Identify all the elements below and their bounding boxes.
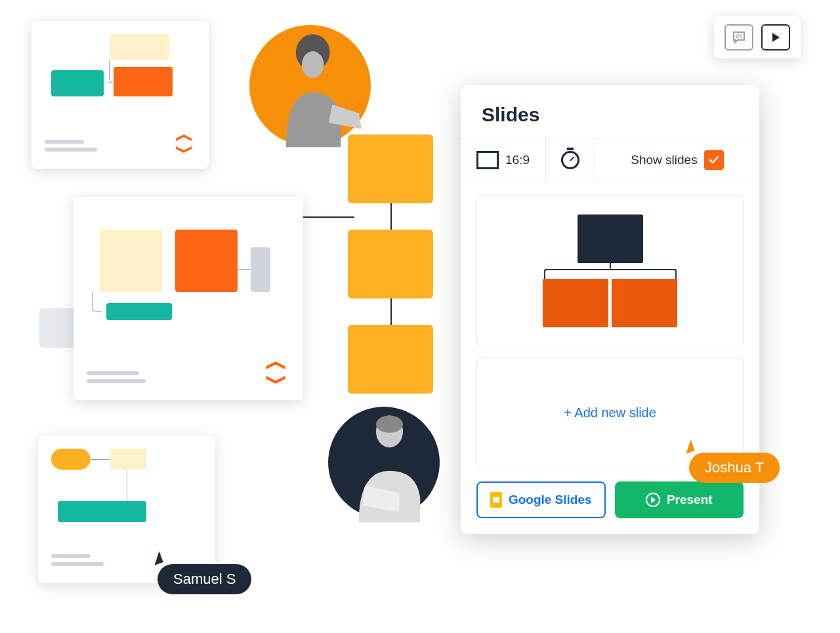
floating-toolbar: 99 — [714, 16, 801, 58]
connector — [238, 269, 251, 270]
bg-node-3 — [348, 325, 433, 394]
shape-gray — [251, 247, 270, 292]
svg-text:99: 99 — [736, 33, 742, 39]
shape-teal — [58, 501, 146, 522]
panel-title: Slides — [461, 85, 759, 138]
card-meta — [45, 140, 97, 155]
shape-teal — [51, 70, 104, 96]
card-meta — [51, 554, 104, 570]
timer-control[interactable] — [546, 138, 595, 182]
google-slides-icon — [490, 492, 502, 508]
slide-preview[interactable] — [476, 195, 744, 346]
user-avatar-1 — [249, 25, 371, 146]
add-slide-area[interactable]: + Add new slide — [476, 357, 744, 468]
shape-cream — [110, 449, 146, 470]
google-slides-label: Google Slides — [509, 493, 592, 507]
app-logo-icon — [261, 358, 290, 387]
timer-icon — [561, 151, 579, 169]
user-cursor-joshua: Joshua T — [689, 453, 780, 483]
show-slides-checkbox[interactable] — [704, 150, 724, 170]
card-meta — [87, 371, 146, 387]
shape-cream — [110, 34, 169, 60]
hierarchy-child-right — [612, 279, 677, 327]
bg-connector — [390, 203, 392, 230]
hierarchy-child-left — [543, 279, 608, 327]
shape-orange — [175, 230, 238, 292]
connector — [109, 60, 114, 83]
aspect-ratio-control[interactable]: 16:9 — [461, 138, 546, 182]
shape-teal — [106, 303, 172, 320]
add-slide-link[interactable]: + Add new slide — [564, 405, 656, 420]
svg-point-1 — [302, 51, 324, 78]
shape-cream — [100, 230, 162, 292]
show-slides-label: Show slides — [631, 153, 697, 167]
bg-node-2 — [348, 230, 433, 298]
cursor-label: Samuel S — [158, 564, 251, 594]
user-cursor-samuel: Samuel S — [158, 564, 251, 594]
connector — [91, 459, 110, 460]
hierarchy-root — [578, 214, 643, 263]
thumbnail-card-1[interactable] — [32, 21, 209, 169]
present-label: Present — [667, 493, 713, 507]
shape-orange-pill — [51, 449, 91, 470]
shape-orange — [114, 67, 173, 96]
play-button[interactable] — [761, 24, 790, 51]
bg-connector — [390, 298, 392, 325]
svg-point-3 — [376, 415, 403, 432]
aspect-ratio-value: 16:9 — [505, 153, 530, 167]
play-circle-icon — [646, 493, 660, 507]
thumbnail-card-3[interactable] — [38, 436, 215, 583]
comment-button[interactable]: 99 — [724, 24, 753, 51]
present-button[interactable]: Present — [615, 481, 744, 518]
user-avatar-2 — [328, 407, 440, 518]
connector — [127, 470, 127, 501]
aspect-ratio-icon — [476, 151, 499, 169]
cursor-label: Joshua T — [689, 453, 780, 483]
connector — [92, 292, 101, 312]
thumbnail-card-2[interactable] — [74, 197, 303, 400]
google-slides-button[interactable]: Google Slides — [476, 481, 606, 518]
show-slides-control[interactable]: Show slides — [595, 138, 759, 182]
app-logo-icon — [172, 132, 196, 155]
